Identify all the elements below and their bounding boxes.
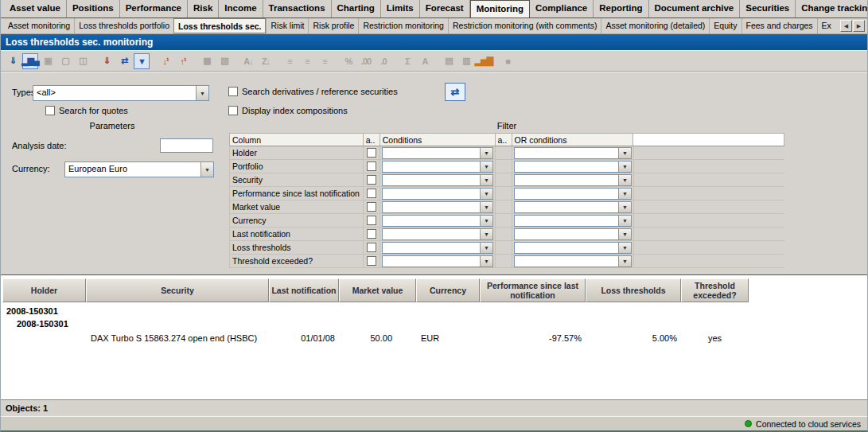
filter-condition-select[interactable]: ▼ — [382, 188, 493, 200]
refresh-icon[interactable]: ⇄ — [116, 53, 132, 69]
result-row[interactable]: DAX Turbo S 15863.274 open end (HSBC) 01… — [2, 332, 867, 345]
sub-tab[interactable]: Loss thresholds portfolio — [74, 18, 173, 33]
filter-condition-select[interactable]: ▼ — [382, 147, 493, 159]
sub-tab[interactable]: Fees and charges — [741, 18, 817, 33]
tab-scroll-right-icon[interactable]: ▶ — [853, 20, 865, 32]
sort-down-icon[interactable]: ↓¹ — [158, 53, 173, 69]
filter-or-condition-select[interactable]: ▼ — [514, 242, 632, 254]
chart-colored-icon[interactable]: ▂▅▇ — [476, 53, 492, 69]
filter-condition-select[interactable]: ▼ — [382, 255, 493, 267]
column-header-performance[interactable]: Performance since last notification — [480, 278, 586, 302]
checkbox-box[interactable] — [228, 87, 238, 96]
sort-az-icon[interactable]: A↓ — [240, 53, 256, 69]
filter-and-checkbox[interactable] — [367, 162, 376, 171]
filter-and-checkbox[interactable] — [367, 256, 376, 266]
main-tab[interactable]: Income — [219, 0, 263, 18]
filter-or-condition-select[interactable]: ▼ — [514, 255, 632, 267]
font-icon[interactable]: A — [417, 53, 433, 69]
column-header-last-notification[interactable]: Last notification — [269, 278, 339, 302]
sub-tab[interactable]: Ex — [817, 18, 835, 33]
sub-tab[interactable]: Restriction monitoring (with comments) — [448, 18, 601, 33]
subgroup-row[interactable]: 2008-150301 — [2, 317, 867, 330]
checkbox-box[interactable] — [228, 106, 238, 115]
sum-icon[interactable]: Σ — [399, 53, 415, 69]
analysis-date-input[interactable] — [160, 138, 213, 153]
filter-or-condition-select[interactable]: ▼ — [514, 188, 632, 200]
stop-icon[interactable]: ■ — [500, 53, 516, 69]
filter-and-checkbox[interactable] — [367, 243, 376, 252]
gridlines-icon[interactable]: ▤ — [441, 53, 457, 69]
main-tab[interactable]: Charting — [332, 0, 381, 18]
filter-condition-select[interactable]: ▼ — [382, 228, 493, 240]
new-window-icon[interactable]: ▢ — [57, 53, 73, 69]
main-tab[interactable]: Transactions — [263, 0, 332, 18]
filter-or-condition-select[interactable]: ▼ — [514, 215, 632, 227]
column-header-loss-thresholds[interactable]: Loss thresholds — [586, 278, 681, 302]
display-index-checkbox[interactable]: Display index compositions — [228, 105, 348, 116]
align-right-icon[interactable]: ≡ — [317, 53, 333, 69]
decimal-add-icon[interactable]: .00 — [358, 53, 374, 69]
column-header-currency[interactable]: Currency — [416, 278, 480, 302]
main-tab[interactable]: Document archive — [649, 0, 741, 18]
filter-or-condition-select[interactable]: ▼ — [514, 174, 632, 186]
filter-condition-select[interactable]: ▼ — [382, 161, 493, 173]
sub-tab[interactable]: Asset monitoring (detailed) — [601, 18, 709, 33]
sub-tab[interactable]: Equity — [709, 18, 741, 33]
column-header-holder[interactable]: Holder — [2, 278, 86, 302]
decimal-remove-icon[interactable]: .0 — [376, 53, 391, 69]
filter-condition-select[interactable]: ▼ — [382, 215, 493, 227]
layout-icon[interactable]: ◫ — [75, 53, 91, 69]
main-tab[interactable]: Forecast — [420, 0, 470, 18]
main-tab[interactable]: Risk — [188, 0, 219, 18]
main-tab[interactable]: Compliance — [530, 0, 594, 18]
tab-scroll-left-icon[interactable]: ◀ — [840, 20, 852, 32]
align-center-icon[interactable]: ≡ — [299, 53, 315, 69]
main-tab[interactable]: Reporting — [594, 0, 648, 18]
percent-icon[interactable]: % — [341, 53, 356, 69]
sub-tab[interactable]: Loss thresholds sec. — [173, 18, 266, 33]
search-derivatives-checkbox[interactable]: Search derivatives / reference securitie… — [228, 86, 398, 97]
filter-condition-select[interactable]: ▼ — [382, 242, 493, 254]
filter-and-checkbox[interactable] — [367, 189, 376, 198]
filter-and-checkbox[interactable] — [367, 229, 376, 239]
copy-icon[interactable]: ▣ — [40, 53, 56, 69]
checkbox-box[interactable] — [45, 106, 55, 115]
sub-tab[interactable]: Restriction monitoring — [358, 18, 448, 33]
filter-condition-select[interactable]: ▼ — [382, 174, 493, 186]
filter-condition-select[interactable]: ▼ — [382, 201, 493, 213]
align-left-icon[interactable]: ≡ — [282, 53, 298, 69]
search-quotes-checkbox[interactable]: Search for quotes — [45, 105, 128, 116]
main-tab[interactable]: Limits — [381, 0, 420, 18]
sub-tab[interactable]: Asset monitoring — [4, 18, 74, 33]
main-tab[interactable]: Securities — [740, 0, 796, 18]
currency-select[interactable]: European Euro ▼ — [64, 162, 214, 177]
chart-view-icon[interactable]: ▂▆▄ — [22, 53, 38, 69]
main-tab[interactable]: Performance — [120, 0, 188, 18]
load-data-icon[interactable]: ⇓ — [99, 53, 115, 69]
pivot-view-icon[interactable]: ▧ — [216, 53, 232, 69]
group-row[interactable]: 2008-150301 — [2, 305, 867, 317]
sort-za-icon[interactable]: Z↓ — [258, 53, 274, 69]
types-select[interactable]: <all> ▼ — [33, 85, 209, 101]
filter-and-checkbox[interactable] — [367, 202, 376, 212]
table-view-icon[interactable]: ▦ — [199, 53, 215, 69]
filter-icon[interactable]: ▼ — [134, 53, 150, 69]
filter-and-checkbox[interactable] — [367, 148, 376, 158]
sort-up-icon[interactable]: ↑¹ — [175, 53, 191, 69]
column-header-market-value[interactable]: Market value — [339, 278, 416, 302]
filter-or-condition-select[interactable]: ▼ — [514, 228, 632, 240]
column-header-threshold-exceeded[interactable]: Threshold exceeded? — [681, 278, 749, 302]
filter-and-checkbox[interactable] — [367, 175, 376, 185]
main-tab[interactable]: Change tracking — [796, 0, 867, 18]
main-tab[interactable]: Asset value — [4, 0, 67, 18]
main-tab[interactable]: Monitoring — [470, 0, 530, 18]
column-header-security[interactable]: Security — [86, 278, 269, 302]
export-report-icon[interactable]: ⇓ — [5, 53, 21, 69]
filter-and-checkbox[interactable] — [367, 216, 376, 225]
grid-view-icon[interactable]: ▥ — [458, 53, 474, 69]
filter-or-condition-select[interactable]: ▼ — [514, 201, 632, 213]
run-query-button[interactable]: ⇄ — [445, 83, 465, 101]
filter-or-condition-select[interactable]: ▼ — [514, 161, 632, 173]
sub-tab[interactable]: Risk profile — [308, 18, 358, 33]
filter-or-condition-select[interactable]: ▼ — [514, 147, 632, 159]
